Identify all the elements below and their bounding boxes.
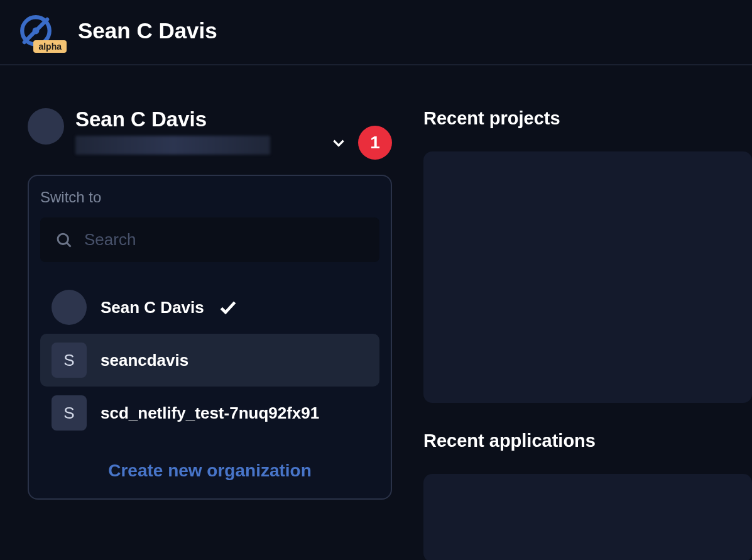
svg-point-3 bbox=[58, 234, 68, 244]
org-item-seancdavis[interactable]: S seancdavis bbox=[40, 334, 379, 387]
current-org-name: Sean C Davis bbox=[75, 108, 319, 131]
org-item-avatar bbox=[52, 290, 87, 325]
org-subline-redacted bbox=[75, 136, 270, 155]
check-icon bbox=[218, 297, 238, 317]
recent-applications-title: Recent applications bbox=[423, 431, 752, 451]
org-search-input[interactable] bbox=[84, 230, 364, 250]
org-item-sean-c-davis[interactable]: Sean C Davis bbox=[40, 281, 379, 334]
dropdown-title: Switch to bbox=[40, 189, 379, 206]
topbar-title: Sean C Davis bbox=[78, 18, 217, 43]
org-header[interactable]: Sean C Davis 1 bbox=[28, 108, 392, 160]
logo-wrap[interactable]: alpha bbox=[18, 13, 54, 49]
chevron-down-icon bbox=[330, 135, 347, 151]
right-column: Recent projects Recent applications bbox=[423, 108, 752, 560]
org-item-label: Sean C Davis bbox=[101, 298, 204, 317]
search-icon bbox=[55, 231, 73, 249]
org-avatar bbox=[28, 108, 64, 145]
step-badge: 1 bbox=[358, 126, 392, 160]
content: Sean C Davis 1 Switch to Se bbox=[0, 65, 752, 560]
org-item-avatar: S bbox=[52, 395, 87, 431]
recent-projects-title: Recent projects bbox=[423, 108, 752, 129]
org-item-label: seancdavis bbox=[101, 351, 188, 370]
org-search-box[interactable] bbox=[40, 217, 379, 262]
alpha-badge: alpha bbox=[33, 40, 67, 53]
org-header-text: Sean C Davis bbox=[75, 108, 319, 155]
left-column: Sean C Davis 1 Switch to Se bbox=[28, 108, 392, 560]
create-new-organization-button[interactable]: Create new organization bbox=[40, 461, 379, 481]
org-switcher-dropdown: Switch to Sean C Davis S seancdavis bbox=[28, 175, 392, 500]
recent-projects-card[interactable] bbox=[423, 151, 752, 403]
org-item-label: scd_netlify_test-7nuq92fx91 bbox=[101, 404, 319, 423]
recent-applications-card[interactable] bbox=[423, 474, 752, 560]
svg-line-4 bbox=[67, 243, 70, 246]
org-switcher-trigger[interactable]: 1 bbox=[330, 126, 392, 160]
svg-line-2 bbox=[25, 19, 47, 42]
org-item-scd-netlify-test[interactable]: S scd_netlify_test-7nuq92fx91 bbox=[40, 387, 379, 439]
topbar: alpha Sean C Davis bbox=[0, 0, 752, 65]
org-item-avatar: S bbox=[52, 343, 87, 378]
